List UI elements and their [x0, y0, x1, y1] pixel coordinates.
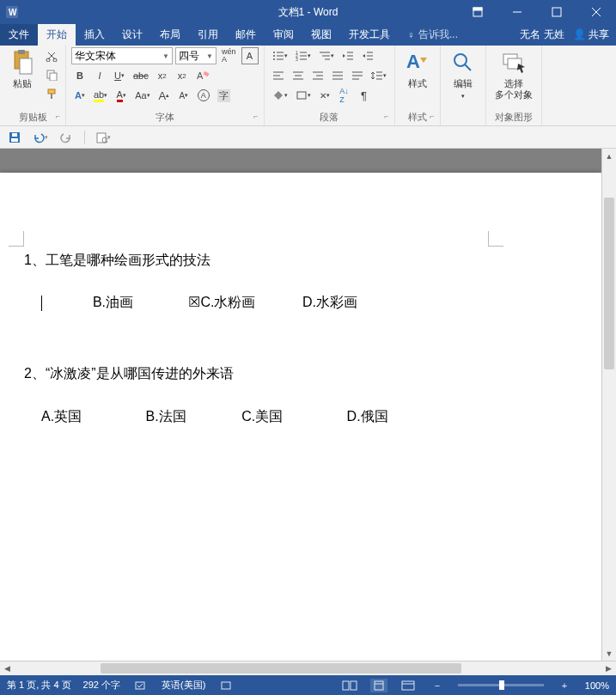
- zoom-out-button[interactable]: −: [429, 679, 446, 692]
- paragraph-dialog-launcher[interactable]: ⌐: [384, 112, 388, 120]
- hscroll-thumb[interactable]: [101, 663, 461, 674]
- borders-button[interactable]: ▾: [293, 87, 314, 104]
- user-name[interactable]: 无名 无姓: [520, 27, 564, 42]
- tell-me[interactable]: ♀告诉我...: [399, 24, 467, 46]
- undo-button[interactable]: ▾: [33, 130, 48, 145]
- ribbon-tabs: 文件 开始 插入 设计 布局 引用 邮件 审阅 视图 开发工具 ♀告诉我... …: [0, 24, 616, 46]
- scroll-up-button[interactable]: ▲: [602, 149, 616, 163]
- highlight-button[interactable]: ab▾: [91, 87, 110, 104]
- ribbon-options-button[interactable]: [458, 0, 497, 24]
- preview-button[interactable]: ▾: [95, 130, 111, 145]
- font-color-button[interactable]: A ▾: [113, 87, 130, 104]
- select-objects-button[interactable]: 选择 多个对象: [491, 47, 536, 110]
- paste-button[interactable]: 粘贴: [5, 47, 40, 110]
- zoom-slider[interactable]: [458, 684, 544, 686]
- grow-font-button[interactable]: A▴: [156, 87, 173, 104]
- bold-button[interactable]: B: [71, 67, 88, 84]
- tab-mailings[interactable]: 邮件: [227, 24, 265, 46]
- crop-mark: [488, 231, 503, 247]
- scroll-down-button[interactable]: ▼: [602, 646, 616, 661]
- numbering-button[interactable]: 123▾: [293, 47, 314, 64]
- svg-rect-76: [402, 681, 414, 690]
- close-button[interactable]: [576, 0, 616, 24]
- font-dialog-launcher[interactable]: ⌐: [253, 112, 258, 120]
- tab-design[interactable]: 设计: [113, 24, 151, 46]
- tab-review[interactable]: 审阅: [265, 24, 302, 46]
- subscript-button[interactable]: x2: [154, 67, 171, 84]
- asian-layout-button[interactable]: ✕▾: [316, 87, 333, 104]
- language[interactable]: 英语(美国): [162, 679, 205, 692]
- styles-label: 样式: [408, 112, 427, 122]
- enclose-char-button[interactable]: A: [195, 87, 212, 104]
- print-layout-button[interactable]: [370, 679, 387, 692]
- shrink-font-button[interactable]: A▾: [175, 87, 192, 104]
- font-size-combo[interactable]: 四号▼: [175, 47, 217, 64]
- zoom-in-button[interactable]: +: [556, 679, 573, 692]
- tab-home[interactable]: 开始: [38, 24, 76, 46]
- cut-button[interactable]: [43, 47, 60, 64]
- text-effects-button[interactable]: A ▾: [71, 87, 88, 104]
- tab-developer[interactable]: 开发工具: [340, 24, 399, 46]
- align-justify-button[interactable]: [329, 67, 346, 84]
- page[interactable]: 1、工笔是哪种绘画形式的技法 B.油画 ☒C.水粉画 D.水彩画 2、“冰激凌”…: [0, 173, 601, 661]
- svg-rect-9: [18, 50, 25, 54]
- align-left-button[interactable]: [270, 67, 287, 84]
- options-2: A.英国 B.法国 C.美国 D.俄国: [24, 401, 577, 431]
- char-scaling-button[interactable]: Aa ▾: [132, 87, 152, 104]
- underline-button[interactable]: U ▾: [111, 67, 128, 84]
- sort-button[interactable]: A↓Z: [336, 87, 353, 104]
- svg-rect-66: [12, 133, 17, 137]
- zoom-level[interactable]: 100%: [585, 680, 609, 691]
- char-border-button[interactable]: A: [241, 47, 259, 64]
- paragraph-label: 段落: [320, 112, 338, 122]
- phonetic-guide-button[interactable]: wénA: [219, 47, 239, 64]
- shading-button[interactable]: ▾: [270, 87, 290, 104]
- scroll-right-button[interactable]: ▶: [601, 661, 616, 675]
- align-right-button[interactable]: [309, 67, 326, 84]
- read-mode-button[interactable]: [341, 679, 358, 692]
- align-distribute-button[interactable]: [349, 67, 366, 84]
- format-painter-button[interactable]: [43, 85, 60, 102]
- redo-button[interactable]: [58, 130, 74, 145]
- web-layout-button[interactable]: [399, 679, 417, 692]
- qat: W: [0, 5, 19, 19]
- clear-format-button[interactable]: A: [193, 67, 212, 84]
- page-number[interactable]: 第 1 页, 共 4 页: [7, 679, 71, 692]
- show-marks-button[interactable]: ¶: [356, 87, 373, 104]
- italic-button[interactable]: I: [91, 67, 108, 84]
- align-center-button[interactable]: [290, 67, 307, 84]
- bullets-button[interactable]: ▾: [270, 47, 290, 64]
- scroll-left-button[interactable]: ◀: [0, 661, 15, 675]
- save-button[interactable]: [7, 130, 22, 145]
- styles-dialog-launcher[interactable]: ⌐: [430, 112, 434, 120]
- macro-icon[interactable]: [217, 679, 235, 692]
- horizontal-scrollbar[interactable]: ◀ ▶: [0, 661, 616, 675]
- copy-button[interactable]: [43, 66, 60, 83]
- vertical-scrollbar[interactable]: ▲ ▼: [601, 149, 616, 661]
- tab-view[interactable]: 视图: [302, 24, 340, 46]
- tab-insert[interactable]: 插入: [76, 24, 113, 46]
- line-spacing-button[interactable]: ▾: [369, 67, 389, 84]
- styles-button[interactable]: A 样式: [400, 47, 435, 110]
- svg-rect-70: [136, 682, 144, 689]
- scroll-thumb[interactable]: [604, 198, 614, 369]
- spellcheck-icon[interactable]: [132, 679, 149, 692]
- font-label: 字体: [156, 112, 174, 122]
- share-button[interactable]: 👤 共享: [573, 27, 609, 42]
- objects-label: 对象图形: [491, 110, 536, 125]
- multilevel-list-button[interactable]: ▾: [316, 47, 337, 64]
- maximize-button[interactable]: [537, 0, 576, 24]
- clipboard-dialog-launcher[interactable]: ⌐: [56, 112, 60, 120]
- strikethrough-button[interactable]: abc: [131, 67, 151, 84]
- tab-references[interactable]: 引用: [189, 24, 227, 46]
- minimize-button[interactable]: [497, 0, 537, 24]
- tab-layout[interactable]: 布局: [151, 24, 189, 46]
- font-name-combo[interactable]: 华文宋体▼: [71, 47, 173, 64]
- increase-indent-button[interactable]: [359, 47, 376, 64]
- decrease-indent-button[interactable]: [339, 47, 357, 64]
- superscript-button[interactable]: x2: [174, 67, 191, 84]
- char-shading-button[interactable]: 字: [215, 87, 233, 104]
- tab-file[interactable]: 文件: [0, 24, 38, 46]
- editing-button[interactable]: 编辑▾: [446, 47, 480, 113]
- word-count[interactable]: 292 个字: [83, 679, 120, 692]
